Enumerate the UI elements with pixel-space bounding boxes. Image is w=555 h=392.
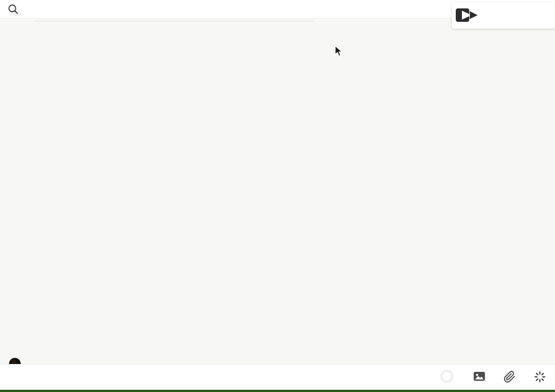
spinner-icon[interactable] xyxy=(533,370,547,385)
composer-bar xyxy=(0,364,555,392)
truncated-message-above xyxy=(35,21,314,21)
composer-icons xyxy=(437,370,547,385)
message-input[interactable] xyxy=(38,374,437,381)
timed-message-duration-button[interactable] xyxy=(437,370,456,385)
attachment-icon[interactable] xyxy=(502,370,517,385)
screencastify-watermark xyxy=(452,2,555,29)
search-icon[interactable] xyxy=(7,3,20,16)
message-list[interactable] xyxy=(0,18,555,364)
image-upload-icon[interactable] xyxy=(472,370,487,385)
screencastify-logo-icon xyxy=(455,5,479,27)
timer-value xyxy=(441,370,453,382)
avatar xyxy=(9,358,21,364)
app-root: i xyxy=(0,0,555,392)
